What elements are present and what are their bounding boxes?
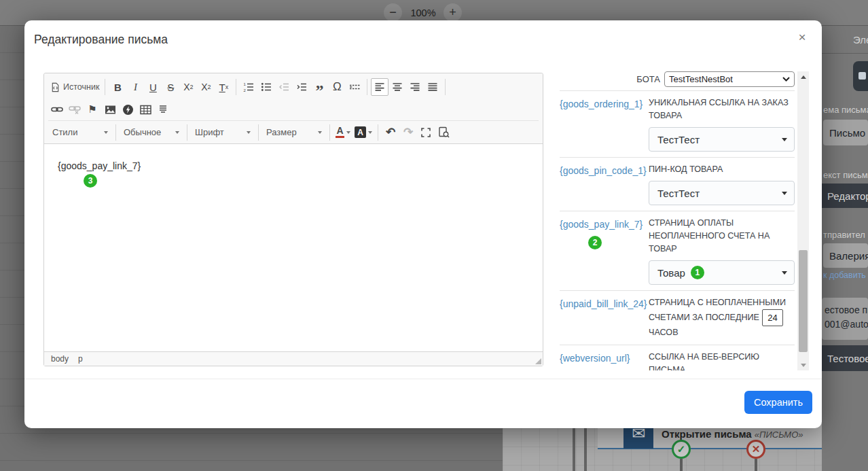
size-combo-label: Размер [266, 127, 297, 137]
chevron-down-icon [782, 192, 787, 195]
variable-link[interactable]: {webversion_url} [560, 353, 630, 364]
chevron-down-icon [247, 131, 251, 134]
test-letter-card: естовое пи 001@autow [822, 298, 868, 340]
fail-branch-icon[interactable]: ✕ [746, 440, 765, 459]
text-color-button[interactable]: A [333, 124, 352, 141]
editor-content-area[interactable]: {goods_pay_link_7} 3 [44, 144, 543, 351]
source-icon [50, 82, 60, 92]
anchor-button[interactable]: ⚑ [84, 101, 101, 118]
numbered-list-button[interactable]: 12 [240, 78, 257, 96]
table-button[interactable] [137, 101, 154, 118]
font-combo[interactable]: Шрифт [191, 124, 255, 141]
underline-button[interactable]: U [144, 78, 162, 96]
toolbar-separator [258, 124, 259, 141]
superscript-button[interactable]: X2 [197, 78, 215, 96]
bot-row: БОТА TestTestNestBot [560, 71, 795, 91]
variable-select[interactable]: ТестТест [649, 181, 795, 205]
resize-handle-icon[interactable] [535, 358, 541, 364]
table-icon [140, 105, 151, 115]
subject-input[interactable]: Письмо [823, 120, 868, 145]
toolbar-separator [378, 124, 378, 141]
align-right-icon [410, 82, 420, 92]
variable-link[interactable]: {goods_pay_link_7} [560, 219, 643, 230]
editor-tab-button[interactable]: Редактор [822, 184, 868, 208]
special-char-button[interactable]: Ω [328, 78, 346, 96]
variable-select[interactable]: Товар1 [649, 260, 795, 285]
link-button[interactable] [48, 101, 66, 118]
maximize-button[interactable] [417, 124, 435, 141]
chevron-down-icon [104, 131, 108, 134]
unlink-icon [69, 105, 81, 114]
svg-text:2: 2 [244, 88, 247, 92]
test-letter-line2: 001@autow [825, 317, 868, 332]
variable-link[interactable]: {unpaid_bill_link_24} [560, 298, 647, 309]
hours-input[interactable] [762, 309, 783, 326]
chevron-down-icon [368, 131, 372, 134]
subject-label: ема письма [823, 105, 868, 115]
align-center-button[interactable] [388, 78, 406, 96]
chevron-down-icon [175, 131, 179, 134]
toolbar-row-2: ⚑ [48, 99, 539, 121]
blockquote-button[interactable]: ” [310, 78, 328, 96]
strikethrough-button[interactable]: S [162, 78, 179, 96]
save-button[interactable]: Сохранить [744, 391, 812, 414]
flow-connector-line [584, 428, 587, 471]
page-break-button[interactable] [346, 78, 363, 96]
toolbar-separator [329, 124, 330, 141]
subscript-button[interactable]: X2 [179, 78, 197, 96]
redo-button[interactable]: ↷ [399, 124, 417, 141]
align-left-button[interactable] [371, 78, 388, 96]
bot-select-value: TestTestNestBot [669, 74, 733, 84]
indent-button[interactable] [293, 78, 310, 96]
flow-connector-line [573, 428, 575, 471]
bot-label: БОТА [636, 74, 660, 84]
variable-link[interactable]: {goods_pin_code_1} [560, 165, 647, 176]
preview-button[interactable] [435, 124, 452, 141]
unlink-button[interactable] [66, 101, 84, 118]
panel-scrollbar[interactable] [797, 71, 809, 370]
panel-action-button[interactable] [853, 61, 868, 91]
variable-row: {goods_ordering_1} УНИКАЛЬНАЯ ССЫЛКА НА … [560, 91, 795, 158]
styles-combo[interactable]: Стили [48, 124, 112, 141]
panel-header: Эле [853, 34, 868, 46]
outdent-icon [278, 82, 289, 92]
variable-link[interactable]: {goods_ordering_1} [560, 99, 643, 109]
zoom-out-button[interactable]: − [384, 3, 402, 22]
path-p[interactable]: p [78, 354, 83, 364]
add-sender-link[interactable]: к добавить а [823, 271, 868, 280]
image-icon [105, 105, 116, 115]
undo-button[interactable]: ↶ [382, 124, 399, 141]
bulleted-list-button[interactable] [257, 78, 275, 96]
source-button[interactable]: Источник [48, 78, 101, 96]
bold-button[interactable]: B [109, 78, 126, 96]
zoom-level: 100% [408, 7, 439, 18]
justify-button[interactable] [424, 78, 441, 96]
outdent-button[interactable] [275, 78, 293, 96]
scroll-down-icon[interactable] [797, 360, 809, 370]
italic-button[interactable]: I [126, 78, 144, 96]
size-combo[interactable]: Размер [262, 124, 326, 141]
bg-color-button[interactable]: A [352, 124, 374, 141]
toolbar-separator [236, 79, 236, 95]
test-send-button[interactable]: Тестовое [822, 345, 868, 371]
flash-button[interactable] [119, 101, 137, 118]
editor-element-path: body p [44, 351, 543, 366]
scrollbar-thumb[interactable] [799, 250, 808, 352]
close-icon[interactable]: × [793, 29, 811, 46]
variable-select[interactable]: ТестТест [649, 127, 795, 152]
sender-select[interactable]: Валерия [823, 243, 868, 268]
text-color-icon: A [336, 126, 344, 138]
scroll-up-icon[interactable] [797, 71, 809, 82]
bot-select[interactable]: TestTestNestBot [664, 71, 795, 87]
format-combo[interactable]: Обычное [120, 124, 183, 141]
image-button[interactable] [101, 101, 119, 118]
remove-format-button[interactable]: Tx [215, 78, 232, 96]
zoom-in-button[interactable]: + [444, 3, 462, 22]
format-combo-label: Обычное [124, 127, 161, 137]
align-right-button[interactable] [406, 78, 424, 96]
horizontal-line-button[interactable] [154, 101, 172, 118]
path-body[interactable]: body [51, 354, 69, 364]
success-branch-icon[interactable]: ✓ [672, 440, 691, 459]
align-left-icon [374, 82, 385, 92]
variable-desc: ССЫЛКА НА ВЕБ-ВЕРСИЮ ПИСЬМА [649, 351, 795, 370]
